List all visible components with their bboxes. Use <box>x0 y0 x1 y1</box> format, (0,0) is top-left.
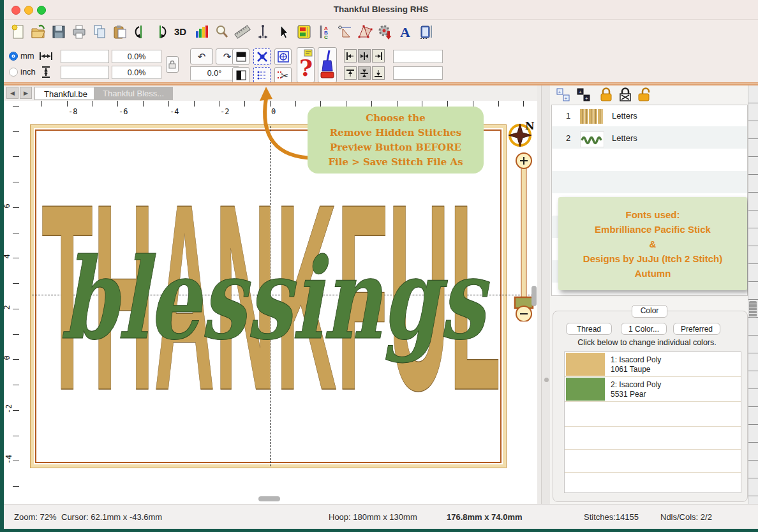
aspect-lock-button[interactable] <box>166 56 179 73</box>
svg-text:+: + <box>579 89 582 95</box>
stitch-sequence-button[interactable] <box>253 67 271 84</box>
print-icon[interactable] <box>70 23 88 41</box>
ungroup-icon[interactable]: ++ <box>577 88 591 105</box>
thread-row-2[interactable]: 2: Isacord Poly 5531 Pear <box>565 377 741 402</box>
height-field[interactable] <box>61 66 109 79</box>
main-toolbar: 3D ABC A <box>4 20 758 43</box>
height-percent-field[interactable] <box>112 66 161 79</box>
embroidery-design: THANKFUL blessings <box>31 125 506 468</box>
copy-icon[interactable] <box>91 23 108 41</box>
object-row-1[interactable]: 1 Letters <box>552 105 747 128</box>
annotation-callout: Choose the Remove Hidden Stitches Previe… <box>308 107 484 174</box>
center-design-button[interactable] <box>274 48 292 65</box>
tab-next-arrow[interactable]: ▶ <box>20 87 32 99</box>
h-ruler-label: -8 <box>68 107 77 116</box>
units-mm-radio[interactable]: mm <box>9 51 34 61</box>
compass-north-label: N <box>525 121 535 132</box>
select-arrow-icon[interactable] <box>274 23 292 41</box>
align-left-button[interactable] <box>344 49 357 63</box>
objects-panel: ++ ++ 1 Letters 2 Letters Fonts use <box>550 85 748 504</box>
compass-rose: N <box>506 121 537 149</box>
lettering-needle-icon[interactable]: ABC <box>315 23 333 41</box>
canvas-horizontal-scrollbar-thumb[interactable] <box>258 496 280 501</box>
thread-row-empty <box>565 448 741 473</box>
extra-field-top[interactable] <box>393 50 443 63</box>
new-document-icon[interactable] <box>9 23 27 41</box>
design-canvas[interactable]: THANKFUL blessings N <box>19 119 537 504</box>
design-word-blessings: blessings <box>61 233 490 364</box>
rotation-field[interactable] <box>190 66 239 80</box>
color-bars-icon[interactable] <box>193 23 211 41</box>
thread-row-empty <box>565 425 741 450</box>
remove-hidden-stitches-preview-button[interactable]: ? <box>297 47 315 83</box>
width-percent-field[interactable] <box>112 50 161 63</box>
tab-thankful-bless[interactable]: Thankful Bless... <box>94 87 173 100</box>
envelope-mesh-icon[interactable] <box>356 23 374 41</box>
align-middle-vertical-button[interactable] <box>358 66 371 80</box>
preferred-button[interactable]: Preferred <box>673 323 720 335</box>
color-tab[interactable]: Color <box>632 305 667 318</box>
thread-row-1[interactable]: 1: Isacord Poly 1061 Taupe <box>565 352 741 377</box>
fit-to-hoop-button[interactable] <box>253 48 271 65</box>
thread-name: 2: Isacord Poly <box>611 380 661 389</box>
thread-name: 1: Isacord Poly <box>611 355 661 364</box>
units-inch-radio[interactable]: inch <box>9 67 36 77</box>
mirror-right-icon[interactable] <box>152 23 170 41</box>
object-list: 1 Letters 2 Letters Fonts used: Embrilli… <box>551 105 748 296</box>
zoom-tool-icon[interactable] <box>213 23 231 41</box>
origin-top-button[interactable] <box>232 48 249 65</box>
mirror-left-icon[interactable] <box>131 23 149 41</box>
thread-button[interactable]: Thread <box>566 323 612 335</box>
align-center-horizontal-button[interactable] <box>358 49 371 63</box>
group-icon[interactable]: ++ <box>556 88 570 105</box>
status-stitches: Stitches:14155 <box>584 512 639 522</box>
svg-text:?: ? <box>299 54 313 81</box>
object-row-2[interactable]: 2 Letters <box>552 128 747 150</box>
svg-text:✂: ✂ <box>281 70 289 81</box>
properties-icon[interactable] <box>295 23 313 41</box>
vacuum-cleanup-button[interactable] <box>318 47 337 83</box>
app-window: Thankful Blessing RHS 3D ABC A mm inc <box>4 0 758 528</box>
fonts-note-line: & <box>583 237 722 251</box>
lock-x-icon[interactable] <box>618 87 633 105</box>
measure-icon[interactable] <box>234 23 251 41</box>
paste-icon[interactable] <box>111 23 129 41</box>
contrast-view-button[interactable] <box>232 67 249 84</box>
width-field[interactable] <box>61 50 109 63</box>
align-right-button[interactable] <box>372 49 385 63</box>
svg-text:C: C <box>324 34 328 40</box>
panel-divider-handle[interactable] <box>544 378 549 382</box>
right-scrollbar-thumb[interactable] <box>749 301 757 318</box>
fonts-note-line: Designs by JuJu (Itch 2 Stitch) <box>583 251 722 266</box>
tab-thankful-be[interactable]: Thankful.be <box>34 87 97 100</box>
one-color-button[interactable]: 1 Color... <box>621 323 667 335</box>
lock-closed-icon[interactable] <box>598 87 614 105</box>
extra-field-bottom[interactable] <box>393 66 443 80</box>
tab-prev-arrow[interactable]: ◀ <box>6 87 19 99</box>
canvas-vertical-scrollbar-thumb[interactable] <box>531 286 537 306</box>
open-folder-icon[interactable] <box>29 23 47 41</box>
status-cursor: Cursor: 62.1mm x -43.6mm <box>61 512 162 522</box>
letters-icon[interactable]: A <box>397 23 415 41</box>
stitch-file-icon[interactable] <box>417 23 435 41</box>
document-tab-bar: ◀ ▶ Thankful.be Thankful Bless... <box>4 85 537 101</box>
save-icon[interactable] <box>50 23 68 41</box>
three-d-icon[interactable]: 3D <box>172 23 190 41</box>
window-title: Thankful Blessing RHS <box>4 4 758 14</box>
align-bottom-button[interactable] <box>372 66 385 80</box>
status-design-size: 176.8mm x 74.0mm <box>447 512 523 522</box>
svg-text:A: A <box>400 24 410 40</box>
height-icon <box>41 66 50 80</box>
stitch-density-icon[interactable] <box>254 23 272 41</box>
inch-radio-label: inch <box>20 67 36 77</box>
object-label: Letters <box>612 133 637 143</box>
align-top-button[interactable] <box>344 66 357 80</box>
stitch-process-icon[interactable] <box>376 23 394 41</box>
inch-radio-dot <box>9 68 18 77</box>
mm-radio-dot <box>9 52 18 61</box>
lock-open-icon[interactable] <box>637 87 653 105</box>
rotate-left-button[interactable]: ↶ <box>190 48 213 64</box>
trim-stitches-button[interactable]: ✂ <box>274 67 292 84</box>
stitch-direction-icon[interactable] <box>336 23 353 41</box>
right-scrollbar-track[interactable] <box>748 85 758 504</box>
